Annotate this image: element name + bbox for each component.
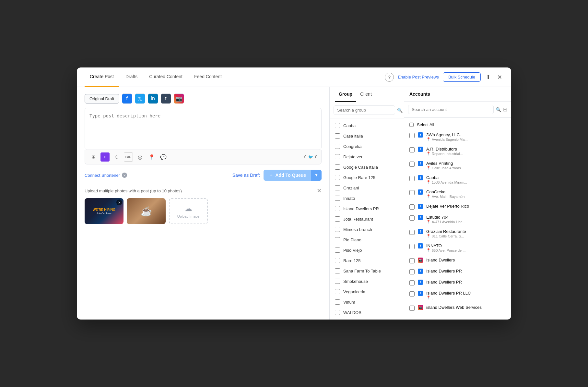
- account-list-item[interactable]: f Island Dwellers PR LLC 📍,: [404, 288, 511, 302]
- group-list-item[interactable]: Mimosa brunch: [330, 224, 404, 235]
- linkedin-icon[interactable]: in: [148, 93, 158, 104]
- group-list-item[interactable]: Piso Viejo: [330, 245, 404, 255]
- select-all-item[interactable]: Select All: [404, 120, 511, 130]
- upload-close-button[interactable]: ✕: [317, 187, 322, 194]
- account-checkbox[interactable]: [409, 230, 415, 235]
- group-checkbox[interactable]: [335, 289, 340, 294]
- tab-curated-content[interactable]: Curated Content: [144, 67, 188, 87]
- group-checkbox[interactable]: [335, 206, 340, 211]
- enable-post-previews-button[interactable]: Enable Post Previews: [398, 75, 439, 79]
- group-search-icon[interactable]: 🔍: [397, 108, 403, 113]
- group-checkbox[interactable]: [335, 268, 340, 273]
- add-to-queue-button[interactable]: ＋ Add To Queue: [264, 170, 311, 181]
- remove-shortener-button[interactable]: ✕: [122, 173, 127, 178]
- account-filter-icon[interactable]: ⊟: [503, 106, 507, 113]
- account-list-item[interactable]: f Aviles Printing 📍Calle José Arrarás...: [404, 158, 511, 173]
- group-list-item[interactable]: Innato: [330, 193, 404, 203]
- account-list-item[interactable]: f A.R. Distributors 📍Reparto Industrial.…: [404, 144, 511, 158]
- group-checkbox[interactable]: [335, 248, 340, 253]
- account-list-item[interactable]: f Island Dwellers PR: [404, 277, 511, 288]
- account-checkbox[interactable]: [409, 204, 415, 210]
- account-list-item[interactable]: f INNATO 📍650 Ave. Ponce de ...: [404, 241, 511, 255]
- group-checkbox[interactable]: [335, 310, 340, 315]
- group-list-item[interactable]: Google Casa Italia: [330, 162, 404, 172]
- tab-feed-content[interactable]: Feed Content: [189, 67, 227, 87]
- tab-group[interactable]: Group: [335, 87, 356, 102]
- account-list-item[interactable]: 📷 Island Dwellers: [404, 255, 511, 266]
- export-button[interactable]: ⬆: [485, 72, 492, 82]
- account-checkbox[interactable]: [409, 162, 415, 167]
- account-list-item[interactable]: f 3Wh Agency, LLC. 📍Avenida Eugenio Ma..…: [404, 130, 511, 144]
- account-checkbox[interactable]: [409, 306, 415, 311]
- account-search-input[interactable]: [408, 105, 494, 114]
- tab-client[interactable]: Client: [356, 87, 376, 102]
- select-all-checkbox[interactable]: [409, 123, 414, 127]
- group-list-item[interactable]: Veganiceria: [330, 286, 404, 297]
- account-checkbox[interactable]: [409, 291, 415, 296]
- target-icon[interactable]: ◎: [135, 152, 145, 162]
- tumblr-icon[interactable]: t: [161, 93, 171, 104]
- group-checkbox[interactable]: [335, 154, 340, 159]
- comment-icon[interactable]: 💬: [159, 152, 168, 162]
- mention-icon[interactable]: ⊞: [89, 152, 98, 162]
- account-list-item[interactable]: f Graziani Restaurante 📍811 Calle Cerra,…: [404, 226, 511, 241]
- post-description-input[interactable]: [85, 108, 322, 150]
- upload-image-box[interactable]: ☁ Upload Image: [169, 198, 208, 224]
- group-list-item[interactable]: Vinum: [330, 297, 404, 307]
- add-queue-dropdown-button[interactable]: ▼: [311, 170, 322, 181]
- account-checkbox[interactable]: [409, 190, 415, 195]
- account-search-icon[interactable]: 🔍: [496, 107, 501, 112]
- group-list-item[interactable]: Dejate ver: [330, 151, 404, 162]
- account-checkbox[interactable]: [409, 147, 415, 152]
- instagram-icon[interactable]: 📷: [174, 93, 184, 104]
- account-checkbox[interactable]: [409, 215, 415, 221]
- account-checkbox[interactable]: [409, 176, 415, 181]
- group-checkbox[interactable]: [335, 196, 340, 201]
- canva-icon[interactable]: C: [100, 152, 110, 162]
- account-list-item[interactable]: 📷 island Dwellers Web Services: [404, 302, 511, 313]
- group-list-item[interactable]: Caoba: [330, 120, 404, 131]
- group-checkbox[interactable]: [335, 279, 340, 284]
- group-checkbox[interactable]: [335, 299, 340, 305]
- group-list-item[interactable]: Graziani: [330, 183, 404, 193]
- account-list-item[interactable]: f Island Dwellers PR: [404, 266, 511, 277]
- group-checkbox[interactable]: [335, 175, 340, 180]
- connect-shortener[interactable]: Connect Shortener ✕: [85, 173, 127, 178]
- group-list-item[interactable]: Smokehouse: [330, 276, 404, 286]
- original-draft-tab[interactable]: Original Draft: [85, 94, 119, 103]
- group-list-item[interactable]: Rare 125: [330, 255, 404, 266]
- account-checkbox[interactable]: [409, 258, 415, 263]
- group-list-item[interactable]: Casa italia: [330, 131, 404, 141]
- group-checkbox[interactable]: [335, 227, 340, 232]
- emoji-icon[interactable]: ☺: [112, 152, 121, 162]
- group-checkbox[interactable]: [335, 164, 340, 170]
- account-list-item[interactable]: f Estudio 704 📍A-471 Avenida Lice...: [404, 212, 511, 226]
- help-button[interactable]: ?: [385, 73, 394, 82]
- account-list-item[interactable]: f Dejate Ver Puerto Rico: [404, 201, 511, 212]
- account-checkbox[interactable]: [409, 133, 415, 138]
- remove-image-1-button[interactable]: ✕: [116, 200, 122, 205]
- group-search-input[interactable]: [334, 105, 395, 115]
- close-button[interactable]: ✕: [496, 72, 503, 82]
- group-list-item[interactable]: Google Rare 125: [330, 172, 404, 183]
- group-checkbox[interactable]: [335, 133, 340, 139]
- twitter-icon[interactable]: 𝕏: [135, 93, 145, 104]
- group-list-item[interactable]: Congreka: [330, 141, 404, 151]
- account-checkbox[interactable]: [409, 244, 415, 249]
- save-draft-button[interactable]: Save as Draft: [232, 173, 260, 178]
- account-list-item[interactable]: f Caoba 📍1536 Avenida Miram...: [404, 173, 511, 187]
- facebook-icon[interactable]: f: [122, 93, 132, 104]
- account-checkbox[interactable]: [409, 280, 415, 285]
- account-list-item[interactable]: f ConGreka 📍Ave. Main, Bayamón: [404, 187, 511, 201]
- group-list-item[interactable]: Pie Plano: [330, 235, 404, 245]
- group-checkbox[interactable]: [335, 216, 340, 222]
- group-list-item[interactable]: Island Dwellers PR: [330, 203, 404, 214]
- location-icon[interactable]: 📍: [147, 152, 156, 162]
- tab-create-post[interactable]: Create Post: [85, 67, 119, 87]
- group-checkbox[interactable]: [335, 185, 340, 190]
- group-checkbox[interactable]: [335, 144, 340, 149]
- group-checkbox[interactable]: [335, 237, 340, 242]
- bulk-schedule-button[interactable]: Bulk Schedule: [443, 72, 481, 82]
- gif-icon[interactable]: GIF: [124, 152, 133, 162]
- group-checkbox[interactable]: [335, 123, 340, 128]
